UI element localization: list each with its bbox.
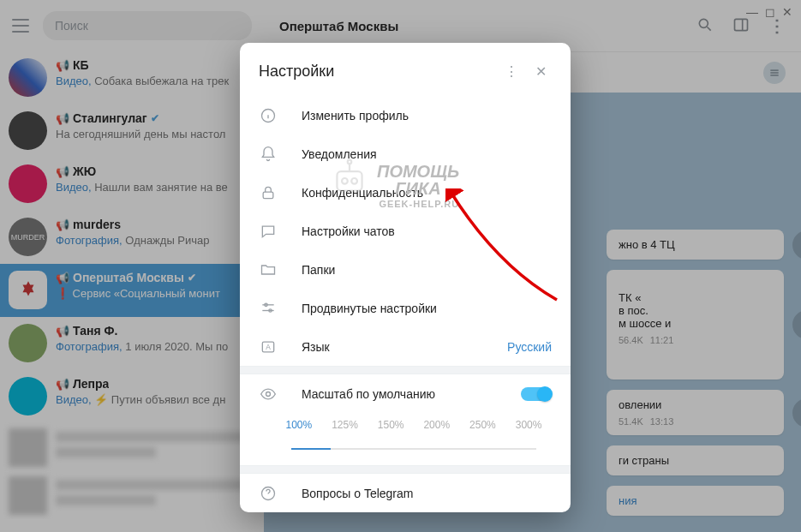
settings-label: Настройки чатов [302,224,395,238]
zoom-level[interactable]: 250% [469,419,496,436]
settings-item-faq[interactable]: Вопросы о Telegram [240,474,571,512]
zoom-level[interactable]: 300% [516,419,542,436]
settings-item-advanced[interactable]: Продвинутые настройки [240,289,571,327]
settings-label: Вопросы о Telegram [302,487,413,500]
svg-point-17 [266,392,271,397]
maximize-icon[interactable]: ◻ [765,5,775,19]
settings-zoom-section: Масштаб по умолчанию 100% 125% 150% 200%… [240,374,571,465]
info-icon [259,106,278,125]
lock-icon [259,183,278,202]
settings-item-language[interactable]: A Язык Русский [240,327,571,366]
zoom-scale[interactable]: 100% 125% 150% 200% 250% 300% [276,419,552,436]
help-icon [259,484,278,503]
settings-item-edit-profile[interactable]: Изменить профиль [240,96,571,134]
settings-label: Конфиденциальность [302,186,423,200]
settings-modal: Настройки ⋮ ✕ Изменить профиль Уведомлен… [240,43,571,512]
settings-label: Папки [302,263,335,277]
minimize-icon[interactable]: — [746,5,758,19]
settings-item-notifications[interactable]: Уведомления [240,134,571,173]
zoom-label: Масштаб по умолчанию [302,387,435,401]
settings-label: Уведомления [302,147,377,161]
settings-label: Язык [302,340,330,354]
bell-icon [259,145,278,164]
close-icon[interactable]: ✕ [529,60,552,82]
settings-title: Настройки [259,63,334,81]
zoom-level[interactable]: 150% [378,419,404,436]
settings-item-chat-settings[interactable]: Настройки чатов [240,212,571,250]
eye-icon [259,385,278,403]
window-controls: — ◻ ✕ [746,5,792,19]
language-icon: A [259,338,278,356]
settings-value: Русский [507,340,552,354]
svg-rect-10 [263,192,273,199]
svg-text:A: A [266,343,271,351]
more-icon[interactable]: ⋮ [500,60,523,82]
sliders-icon [259,299,278,318]
settings-label: Изменить профиль [302,109,409,123]
settings-label: Продвинутые настройки [302,302,437,315]
zoom-toggle[interactable] [521,387,552,401]
settings-item-folders[interactable]: Папки [240,250,571,289]
folder-icon [259,260,278,279]
zoom-level[interactable]: 125% [332,419,358,436]
chat-icon [259,222,278,241]
settings-item-privacy[interactable]: Конфиденциальность [240,173,571,212]
zoom-level[interactable]: 100% [285,419,312,436]
zoom-level[interactable]: 200% [423,419,450,436]
zoom-track[interactable] [291,448,536,450]
close-icon[interactable]: ✕ [782,5,792,19]
